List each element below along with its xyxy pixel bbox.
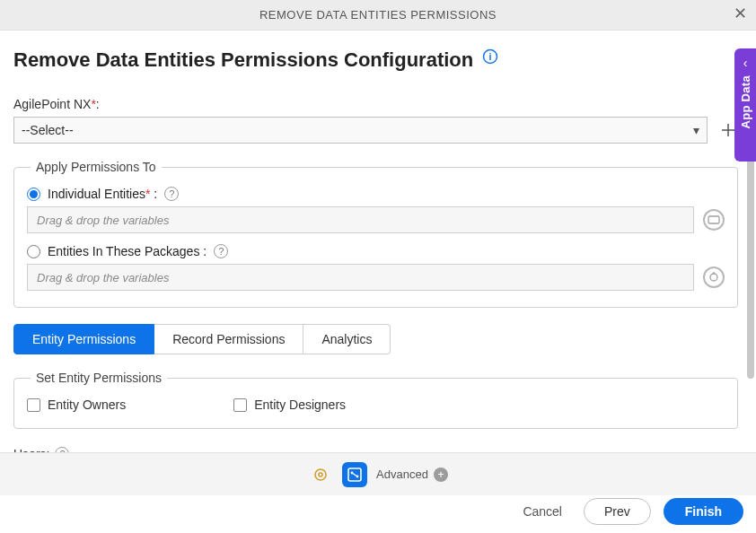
svg-point-5 (710, 274, 717, 281)
entity-owners-checkbox-item[interactable]: Entity Owners (27, 398, 126, 412)
plus-circle-icon: + (434, 467, 448, 482)
finish-button[interactable]: Finish (664, 498, 743, 525)
entity-designers-checkbox-item[interactable]: Entity Designers (233, 398, 346, 412)
tab-record-permissions[interactable]: Record Permissions (154, 324, 303, 354)
advanced-label: Advanced (376, 467, 428, 481)
entity-owners-label: Entity Owners (48, 398, 126, 412)
agilepoint-select[interactable]: --Select-- ▾ (13, 117, 708, 144)
content-area: Remove Data Entities Permissions Configu… (0, 31, 756, 452)
footer: Cancel Prev Finish (0, 495, 756, 533)
gear-icon[interactable] (308, 462, 333, 487)
permission-tabs: Entity Permissions Record Permissions An… (13, 324, 738, 354)
layout-icon[interactable] (342, 462, 367, 487)
help-icon[interactable]: ? (164, 187, 179, 201)
bottom-area: Advanced + Cancel Prev Finish (0, 452, 756, 533)
tab-analytics[interactable]: Analytics (303, 324, 391, 354)
close-icon[interactable]: ✕ (734, 5, 747, 22)
page-title: Remove Data Entities Permissions Configu… (13, 48, 473, 72)
agilepoint-select-value: --Select-- (22, 123, 74, 137)
entity-picker-icon[interactable] (703, 209, 725, 231)
checkbox-icon (233, 398, 247, 412)
chevron-left-icon: ‹ (743, 56, 748, 70)
entity-designers-label: Entity Designers (254, 398, 346, 412)
advanced-toggle[interactable]: Advanced + (376, 467, 448, 482)
packages-label: Entities In These Packages : (48, 244, 207, 258)
svg-point-7 (315, 469, 326, 480)
titlebar-title: REMOVE DATA ENTITIES PERMISSIONS (259, 8, 497, 22)
packages-dropzone[interactable]: Drag & drop the variables (27, 264, 694, 291)
packages-radio[interactable] (27, 245, 40, 258)
set-entity-permissions-legend: Set Entity Permissions (31, 371, 167, 385)
set-entity-permissions-fieldset: Set Entity Permissions Entity Owners Ent… (13, 371, 738, 429)
apply-permissions-fieldset: Apply Permissions To Individual Entities… (13, 160, 738, 308)
individual-entities-radio[interactable] (27, 188, 40, 201)
svg-rect-4 (708, 216, 719, 223)
svg-line-12 (352, 473, 357, 476)
cancel-button[interactable]: Cancel (514, 499, 571, 524)
info-icon[interactable]: i (482, 48, 498, 67)
agilepoint-label: AgilePoint NX*: (13, 97, 738, 111)
individual-entities-dropzone[interactable]: Drag & drop the variables (27, 206, 694, 233)
svg-text:i: i (489, 51, 492, 62)
svg-point-8 (319, 473, 322, 476)
agilepoint-label-text: AgilePoint NX (13, 97, 91, 111)
individual-entities-label: Individual Entities* : (48, 187, 157, 201)
tab-entity-permissions[interactable]: Entity Permissions (13, 324, 154, 354)
required-mark: * (91, 97, 95, 111)
titlebar: REMOVE DATA ENTITIES PERMISSIONS ✕ (0, 0, 756, 31)
app-data-side-tab[interactable]: ‹ App Data (734, 48, 756, 162)
chevron-down-icon: ▾ (693, 123, 699, 137)
package-picker-icon[interactable] (703, 266, 725, 288)
toolbar: Advanced + (0, 452, 756, 495)
checkbox-icon (27, 398, 40, 412)
app-data-label: App Data (739, 75, 752, 128)
prev-button[interactable]: Prev (584, 498, 651, 525)
help-icon[interactable]: ? (214, 244, 228, 258)
apply-permissions-legend: Apply Permissions To (31, 160, 162, 174)
